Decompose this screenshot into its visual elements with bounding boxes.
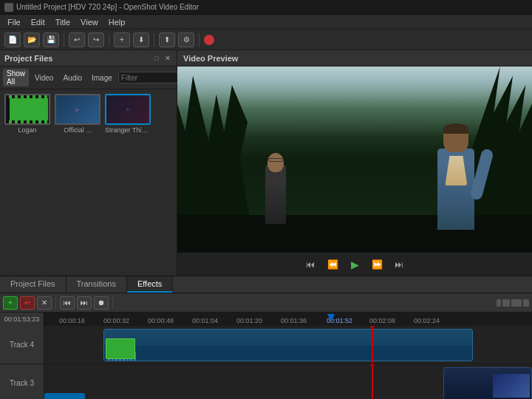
file-item-stranger[interactable]: ▶ Stranger Things... <box>105 94 151 134</box>
project-files-title: Project Files <box>4 54 52 63</box>
clip-logan[interactable]: Logan Official Trailer 20th Century FOX.… <box>103 329 473 361</box>
clip-stranger[interactable]: Stranger.Things.S01E01.Chap... <box>443 367 532 399</box>
import-button[interactable]: ⬇ <box>133 33 149 47</box>
timecode-display: 00:01:53:23 <box>0 313 44 326</box>
time-mark-1: 00:00:16 <box>59 317 85 324</box>
filter-tab-audio[interactable]: Audio <box>59 73 86 83</box>
previous-marker-button[interactable]: ⏮ <box>60 296 75 310</box>
filter-tab-video[interactable]: Video <box>31 73 57 83</box>
zoom-seg-4 <box>523 299 529 307</box>
cut-button[interactable]: ✕ <box>37 296 52 310</box>
video-preview[interactable] <box>177 66 532 252</box>
skip-to-end-button[interactable]: ⏭ <box>391 256 407 273</box>
file-item-logan[interactable]: Logan <box>4 94 50 134</box>
menu-help[interactable]: Help <box>104 16 130 28</box>
preview-header: Video Preview <box>177 50 532 66</box>
settings-button[interactable]: ⚙ <box>178 33 194 47</box>
play-button[interactable]: ▶ <box>347 256 363 273</box>
tl-sep-1 <box>55 297 56 309</box>
file-label-stranger: Stranger Things... <box>105 126 151 134</box>
stranger-thumb-content <box>493 374 530 398</box>
expand-icon[interactable]: □ <box>152 54 161 63</box>
header-icons: □ ✕ <box>152 54 172 63</box>
toolbar-sep-3 <box>154 33 154 47</box>
redo-button[interactable]: ↪ <box>88 33 104 47</box>
file-thumbnail-stranger-inner: ▶ <box>106 95 149 123</box>
track-4-name: Track 4 <box>10 341 34 349</box>
add-track-button[interactable]: + <box>3 296 18 310</box>
file-thumbnail-stranger: ▶ <box>105 94 151 125</box>
undo-button[interactable]: ↩ <box>69 33 85 47</box>
time-mark-3: 00:00:48 <box>148 317 174 324</box>
next-marker-button[interactable]: ⏭ <box>77 296 92 310</box>
track-4-label: Track 4 <box>0 326 44 364</box>
track-3-label: Track 3 <box>0 364 44 399</box>
menu-title[interactable]: Title <box>51 16 75 28</box>
title-bar: Untitled Project [HDV 720 24p] - OpenSho… <box>0 0 532 15</box>
main-content: Project Files □ ✕ Show All Video Audio I… <box>0 50 532 276</box>
time-mark-2: 00:00:32 <box>103 317 129 324</box>
time-ruler: 00:00:16 00:00:32 00:00:48 00:01:04 00:0… <box>44 313 532 326</box>
track-4-content[interactable]: Logan Official Trailer 20th Century FOX.… <box>44 326 532 364</box>
playhead-track4 <box>372 326 373 364</box>
track3-blue-bar <box>44 393 85 399</box>
timeline: + ↩ ✕ ⏮ ⏭ ⏺ 00:01:53:23 00:00:16 00:00:3… <box>0 293 532 399</box>
project-files-header: Project Files □ ✕ <box>0 50 177 66</box>
file-label-official: Official ... <box>64 126 91 134</box>
rewind-button[interactable]: ⏪ <box>324 256 341 273</box>
tab-effects[interactable]: Effects <box>127 276 173 293</box>
fast-forward-button[interactable]: ⏩ <box>369 256 385 273</box>
track-3-name: Track 3 <box>10 379 34 387</box>
timecode-text: 00:01:53:23 <box>4 316 40 323</box>
new-button[interactable]: 📄 <box>4 33 21 47</box>
preview-title: Video Preview <box>183 54 238 63</box>
file-thumbnail-logan <box>4 94 50 125</box>
menu-file[interactable]: File <box>3 16 25 28</box>
record-button[interactable] <box>204 35 214 45</box>
clip-stranger-thumb <box>493 374 530 398</box>
export-button[interactable]: ⬆ <box>159 33 175 47</box>
character-logan <box>423 119 489 230</box>
tab-transitions[interactable]: Transitions <box>66 276 127 293</box>
track-3-content[interactable]: Stranger.Things.S01E01.Chap... <box>44 364 532 399</box>
right-panel: Video Preview <box>177 50 532 276</box>
menu-edit[interactable]: Edit <box>27 16 50 28</box>
menu-view[interactable]: View <box>76 16 103 28</box>
title-bar-text: Untitled Project [HDV 720 24p] - OpenSho… <box>16 3 199 11</box>
tl-sep-2 <box>112 297 113 309</box>
save-button[interactable]: 💾 <box>43 33 59 47</box>
files-grid: Logan ▶ Official ... ▶ Stranger Thin <box>0 89 177 276</box>
file-item-official[interactable]: ▶ Official ... <box>55 94 100 134</box>
time-mark-5: 00:01:20 <box>236 317 262 324</box>
app-icon <box>4 3 13 12</box>
toolbar-sep-2 <box>109 33 109 47</box>
record-timeline-button[interactable]: ⏺ <box>94 296 109 310</box>
menu-bar: File Edit Title View Help <box>0 15 532 30</box>
girl-body <box>265 165 286 224</box>
toolbar-sep-1 <box>64 33 64 47</box>
time-mark-8: 00:02:08 <box>369 317 395 324</box>
clip-thumb-green <box>106 338 135 359</box>
girl-glasses <box>268 158 283 162</box>
open-button[interactable]: 📂 <box>24 33 40 47</box>
video-scene <box>177 66 532 252</box>
zoom-seg-2 <box>502 299 510 307</box>
zoom-seg-3 <box>511 299 522 307</box>
remove-track-button[interactable]: ↩ <box>20 296 35 310</box>
close-panel-icon[interactable]: ✕ <box>163 54 172 63</box>
file-label-logan: Logan <box>18 126 36 134</box>
bottom-tabs: Project Files Transitions Effects <box>0 276 532 293</box>
character-girl <box>256 143 296 224</box>
file-thumbnail-official: ▶ <box>55 94 100 125</box>
toolbar-sep-4 <box>199 33 200 47</box>
logan-hair <box>443 123 468 134</box>
filter-tab-image[interactable]: Image <box>88 73 116 83</box>
filter-tab-showall[interactable]: Show All <box>3 69 29 86</box>
tab-project-files[interactable]: Project Files <box>0 276 66 293</box>
clip-waveform <box>104 346 472 361</box>
add-track-button[interactable]: + <box>114 33 130 47</box>
girl-head <box>267 153 284 172</box>
skip-to-start-button[interactable]: ⏮ <box>302 256 318 273</box>
file-thumbnail-official-inner: ▶ <box>56 95 99 123</box>
time-mark-4: 00:01:04 <box>192 317 218 324</box>
